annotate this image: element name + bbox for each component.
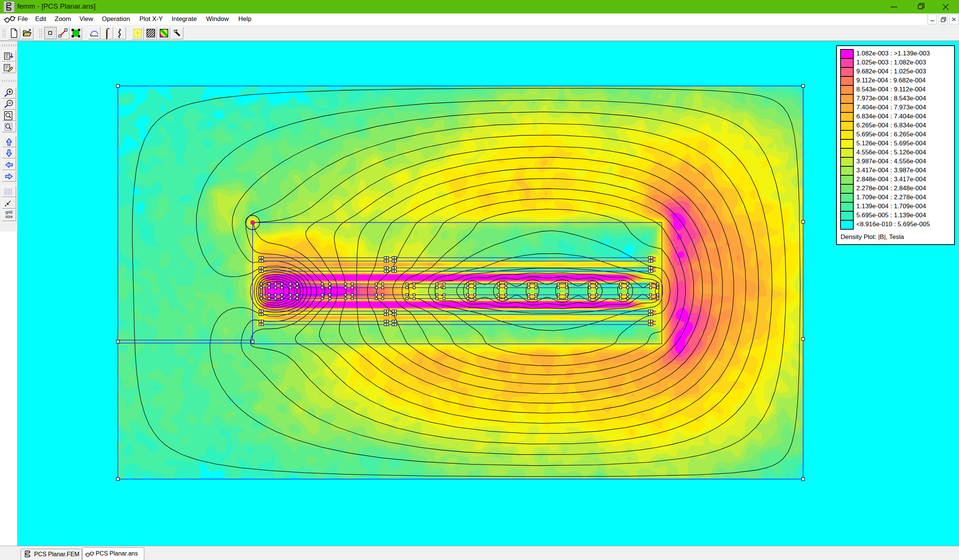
svg-text:∫: ∫ <box>104 27 110 39</box>
svg-text:size: size <box>5 214 13 219</box>
svg-text:grid: grid <box>6 210 12 214</box>
